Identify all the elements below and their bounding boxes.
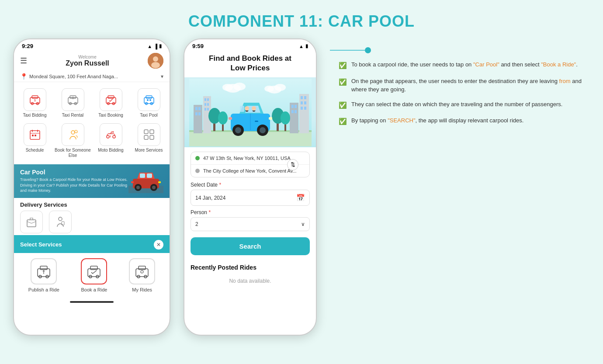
delivery-section: Delivery Services [14,198,170,235]
moto-bidding-label: Moto Bidding [98,148,123,153]
svg-rect-72 [195,112,198,115]
annotation-item-2: ✅ On the page that appears, the user nee… [339,77,586,94]
sheet-close-button[interactable]: ✕ [154,240,163,250]
publish-ride-label: Publish a Ride [28,287,59,292]
svg-rect-79 [204,108,206,111]
hamburger-icon[interactable]: ☰ [20,56,27,66]
phone2-mockup: 9:59 ▲ ▮ Find and Book Rides atLow Price… [184,38,317,336]
user-info: Welcome Zyon Russell [66,55,109,67]
svg-rect-28 [35,135,36,136]
delivery-person-item[interactable] [49,211,72,233]
svg-rect-82 [291,105,294,108]
svg-rect-102 [240,106,244,112]
svg-point-1 [153,56,158,62]
service-more[interactable]: More Services [130,121,168,161]
svg-rect-77 [204,103,206,106]
service-taxi-pool[interactable]: Taxi Pool [130,86,168,121]
svg-point-104 [252,106,256,111]
check-icon-2: ✅ [339,77,347,87]
svg-point-29 [71,131,75,134]
service-taxi-bidding[interactable]: $ Taxi Bidding [16,86,54,121]
svg-point-65 [141,270,143,273]
svg-rect-86 [299,94,309,133]
more-services-label: More Services [135,148,163,153]
home-indicator [70,301,114,303]
wifi-icon2: ▲ [299,44,304,49]
svg-rect-42 [147,173,152,178]
svg-rect-41 [140,173,145,178]
date-value: 14 Jan, 2024 [195,195,225,201]
svg-point-118 [264,86,274,92]
swap-icon[interactable]: ⇅ [287,159,298,170]
search-button[interactable]: Search [191,237,310,255]
svg-point-96 [218,111,228,125]
recently-posted-title: Recently Posted Rides [191,264,310,271]
service-schedule[interactable]: Schedule [16,121,54,161]
svg-point-30 [75,130,77,133]
book-ride-item[interactable]: Book a Ride [81,258,107,292]
taxi-rental-icon-box [62,88,84,111]
battery-icon: ▮ [159,43,162,49]
signal-icon: ▐ [154,44,157,49]
service-book-someone[interactable]: Book for Someone Else [54,121,92,161]
form-area: 47 W 13th St, New York, NY 10011, USA Th… [184,147,316,260]
svg-point-2 [151,62,160,68]
svg-point-32 [113,135,115,138]
svg-rect-91 [301,107,303,110]
date-row: Select Date * 14 Jan, 2024 📅 [191,182,310,206]
svg-rect-76 [207,98,209,101]
location-text: Mondeal Square, 100 Feet Anand Naga... [29,74,159,79]
schedule-icon-box [24,123,46,146]
svg-rect-75 [204,98,206,101]
book-ride-label: Book a Ride [81,287,107,292]
service-taxi-rental[interactable]: Taxi Rental [54,86,92,121]
phone1-mockup: 9:29 ▲ ▐ ▮ ☰ Welcome Zyon Russell [13,38,170,336]
delivery-icons [20,211,163,233]
svg-rect-89 [301,101,303,104]
svg-rect-84 [291,110,294,113]
service-moto-bidding[interactable]: $ Moto Bidding [92,121,130,161]
recently-posted-section: Recently Posted Rides No data available. [184,260,316,292]
delivery-box-item[interactable] [20,211,43,233]
phone2-status-icons: ▲ ▮ [299,43,308,49]
calendar-icon: 📅 [296,194,305,202]
svg-rect-83 [295,105,297,108]
book-someone-icon-box [62,123,84,146]
phone2-time: 9:59 [192,43,204,49]
person-select[interactable]: 2 ∨ [191,217,310,231]
person-row: Person * 2 ∨ [191,209,310,231]
book-ride-icon [81,258,107,284]
phone1-status-icons: ▲ ▐ ▮ [147,43,162,49]
car-illustration [184,77,316,147]
svg-rect-69 [194,105,202,133]
taxi-pool-icon-box [138,88,160,111]
svg-text:$: $ [110,135,111,138]
my-rides-item[interactable]: My Rides [129,258,155,292]
date-input[interactable]: 14 Jan, 2024 📅 [191,190,310,206]
carpool-banner[interactable]: Car Pool Traveling? Book a Carpool Ride … [14,164,170,198]
svg-point-115 [222,84,233,91]
main-content: 9:29 ▲ ▐ ▮ ☰ Welcome Zyon Russell [0,38,603,336]
location-bar[interactable]: 📍 Mondeal Square, 100 Feet Anand Naga...… [14,71,170,82]
svg-rect-109 [269,117,272,120]
services-grid: $ Taxi Bidding Taxi Rental [14,82,170,164]
svg-point-50 [59,217,62,221]
delivery-title: Delivery Services [20,201,163,208]
wifi-icon: ▲ [147,44,152,49]
annotation-item-4: ✅ By tapping on "SEARCH", the app will d… [339,116,586,127]
svg-rect-70 [195,107,198,110]
location-pin-icon: 📍 [20,73,28,80]
publish-ride-item[interactable]: Publish a Ride [28,258,59,292]
svg-point-100 [281,111,290,125]
date-label: Select Date * [191,182,310,188]
person-value: 2 [195,221,198,227]
svg-rect-36 [150,130,154,134]
my-rides-icon [129,258,155,284]
to-dot-icon [195,169,200,173]
service-taxi-booking[interactable]: Taxi Booking [92,86,130,121]
book-someone-label: Book for Someone Else [55,148,91,158]
svg-rect-71 [198,107,201,110]
taxi-bidding-icon-box: $ [24,88,46,111]
person-label: Person * [191,209,310,215]
svg-rect-67 [189,131,312,146]
